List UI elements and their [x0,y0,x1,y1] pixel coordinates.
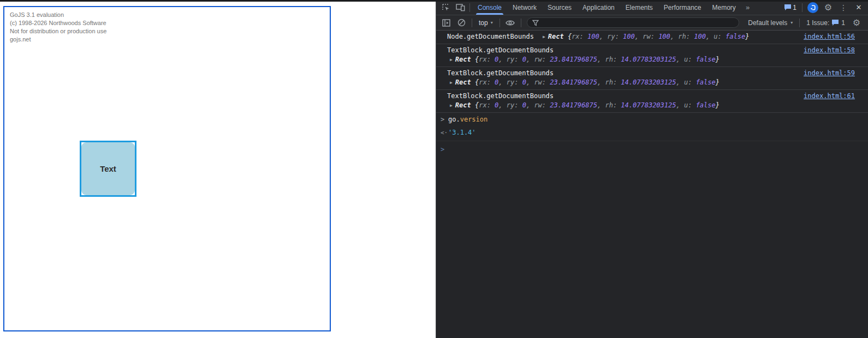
console-input-row[interactable]: > [436,141,868,158]
console-result: <· '3.1.4' [436,126,868,141]
console-message: TextBlock.getDocumentBounds ▶Rect {rx: 0… [436,90,868,113]
log-levels-dropdown[interactable]: Default levels ▾ [745,19,796,27]
console-filter-field[interactable] [527,17,740,28]
console-output: Node.getDocumentBounds▶Rect {rx: 100, ry… [436,31,868,158]
devtools-tabbar: Console Network Sources Application Elem… [436,0,868,15]
tabbar-right-controls: 1 ⚙ ⋮ ✕ [782,1,868,15]
watermark-line: gojs.net [10,35,106,44]
object-preview[interactable]: Rect {rx: 100, ry: 100, rw: 100, rh: 100… [548,33,750,40]
tab-network[interactable]: Network [507,0,542,15]
close-devtools-icon[interactable]: ✕ [852,1,866,15]
devtools-menu-icon[interactable]: ⋮ [836,1,851,15]
gojs-diagram-canvas[interactable]: GoJS 3.1 evaluation (c) 1998-2026 Northw… [3,6,331,331]
chevron-down-icon: ▾ [491,20,493,25]
settings-gear-icon[interactable]: ⚙ [821,1,835,15]
watermark-line: (c) 1998-2026 Northwoods Software [10,19,106,27]
source-link[interactable]: index.html:56 [804,32,855,41]
issues-count: 1 [841,19,845,27]
expand-triangle-icon[interactable]: ▶ [450,55,453,64]
live-expression-eye-icon[interactable] [503,16,518,30]
expand-triangle-icon[interactable]: ▶ [450,78,453,87]
object-preview[interactable]: Rect {rx: 0, ry: 0, rw: 23.841796875, rh… [455,79,720,86]
chevron-down-icon: ▾ [790,20,793,25]
object-preview[interactable]: Rect {rx: 0, ry: 0, rw: 23.841796875, rh… [455,101,720,109]
source-link[interactable]: index.html:59 [804,69,855,78]
source-link[interactable]: index.html:61 [804,92,855,101]
expand-triangle-icon[interactable]: ▶ [543,32,545,41]
result-arrow-icon: <· [441,128,448,137]
tab-console[interactable]: Console [472,0,507,15]
tab-memory[interactable]: Memory [707,0,741,15]
device-toolbar-icon[interactable] [453,1,467,15]
tab-sources[interactable]: Sources [542,0,577,15]
object-preview[interactable]: Rect {rx: 0, ry: 0, rw: 23.841796875, rh… [455,56,720,63]
console-message: TextBlock.getDocumentBounds ▶Rect {rx: 0… [436,44,868,67]
console-messages-badge[interactable]: 1 [782,1,799,15]
message-bubble-icon [784,4,792,11]
filter-funnel-icon [532,20,539,26]
divider [500,19,500,27]
console-command-echo: > go.version [436,113,868,126]
screencast-status-icon[interactable] [806,1,820,15]
javascript-context-selector[interactable]: top ▾ [475,19,496,27]
command-chevron-icon: > [441,115,448,124]
prompt-chevron-icon: > [441,145,448,154]
node-text: Text [100,164,116,173]
console-filter-input[interactable] [542,19,734,27]
watermark-line: GoJS 3.1 evaluation [10,11,106,19]
tab-performance[interactable]: Performance [658,0,707,15]
more-tabs-icon[interactable]: » [741,3,754,11]
clear-console-icon[interactable] [454,16,468,30]
tab-elements[interactable]: Elements [620,0,658,15]
divider [802,3,802,12]
console-settings-gear-icon[interactable]: ⚙ [849,16,864,30]
source-link[interactable]: index.html:58 [804,46,855,55]
show-console-sidebar-icon[interactable] [439,16,453,30]
devtools-panel: Console Network Sources Application Elem… [436,0,868,338]
screen: GoJS 3.1 evaluation (c) 1998-2026 Northw… [0,0,868,338]
divider [469,3,470,12]
node-shape: Text [81,142,135,195]
messages-count: 1 [793,4,796,11]
console-message: Node.getDocumentBounds▶Rect {rx: 100, ry… [436,31,868,44]
divider [521,19,521,27]
expand-triangle-icon[interactable]: ▶ [450,101,453,110]
console-message: TextBlock.getDocumentBounds ▶Rect {rx: 0… [436,67,868,90]
divider [472,19,472,27]
divider [799,19,800,27]
issues-counter[interactable]: 1 Issue: 1 [803,19,848,27]
issue-bubble-icon [831,19,839,26]
console-toolbar: top ▾ Default levels ▾ 1 Issue: 1 [436,15,868,31]
tab-application[interactable]: Application [577,0,620,15]
window-top-edge [0,0,868,2]
gojs-watermark: GoJS 3.1 evaluation (c) 1998-2026 Northw… [10,11,106,44]
result-value: '3.1.4' [448,128,476,137]
watermark-line: Not for distribution or production use [10,27,106,35]
browser-page: GoJS 3.1 evaluation (c) 1998-2026 Northw… [0,0,436,338]
inspect-element-icon[interactable] [439,1,453,15]
diagram-node-selected[interactable]: Text [80,141,136,197]
